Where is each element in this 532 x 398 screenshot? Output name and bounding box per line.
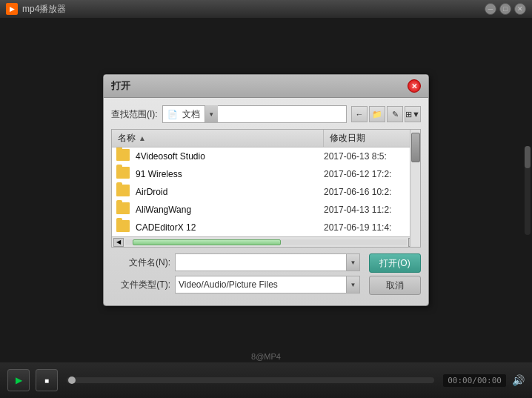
file-date: 2017-06-13 8:5: <box>324 151 420 162</box>
dialog-body: 查找范围(I): 📄 文档 ▼ ← 📁 ✎ ⊞▼ 名称 <box>104 98 428 305</box>
filetype-value: Video/Audio/Picture Files <box>176 276 346 293</box>
file-list: 4Videosoft Studio 2017-06-13 8:5: 91 Wir… <box>112 147 420 236</box>
folder-icon <box>116 202 130 214</box>
status-text: 8@MP4 <box>251 352 281 361</box>
h-scroll-left-button[interactable]: ◀ <box>113 238 124 247</box>
filetype-row: 文件类型(T): Video/Audio/Picture Files ▼ <box>111 276 360 293</box>
filetype-dropdown-btn[interactable]: ▼ <box>346 276 359 293</box>
file-date: 2017-04-13 11:2: <box>324 205 420 215</box>
filename-row: 文件名(N): ▼ <box>111 253 360 271</box>
file-name: 4Videosoft Studio <box>136 151 324 162</box>
folder-icon <box>116 185 130 196</box>
title-bar: ▶ mp4播放器 ─ □ ✕ <box>0 0 532 18</box>
view-button[interactable]: ⊞▼ <box>405 106 421 122</box>
dialog-title: 打开 <box>111 79 130 93</box>
file-date: 2017-06-16 10:2: <box>324 187 420 197</box>
location-bar: 查找范围(I): 📄 文档 ▼ ← 📁 ✎ ⊞▼ <box>111 105 421 123</box>
file-icon <box>116 220 131 235</box>
file-icon <box>116 167 131 182</box>
dialog-overlay: 打开 ✕ 查找范围(I): 📄 文档 ▼ ← 📁 ✎ ⊞▼ <box>0 18 532 362</box>
file-row[interactable]: 4Videosoft Studio 2017-06-13 8:5: <box>112 147 420 165</box>
list-scrollbar[interactable] <box>410 130 420 247</box>
file-list-header: 名称 ▲ 修改日期 <box>112 130 420 147</box>
file-icon <box>116 149 131 164</box>
progress-bar[interactable] <box>67 377 434 383</box>
dialog-close-button[interactable]: ✕ <box>408 79 421 93</box>
toolbar-buttons: ← 📁 ✎ ⊞▼ <box>351 106 421 122</box>
filetype-input-wrapper: Video/Audio/Picture Files ▼ <box>175 276 360 293</box>
file-icon <box>116 202 131 217</box>
play-button[interactable]: ▶ <box>7 369 30 391</box>
file-row[interactable]: CADEditorX 12 2017-06-19 11:4: <box>112 219 420 236</box>
list-scroll-thumb[interactable] <box>411 133 420 162</box>
file-name: AirDroid <box>136 187 324 197</box>
minimize-button[interactable]: ─ <box>485 3 496 15</box>
volume-icon[interactable]: 🔊 <box>512 374 525 386</box>
progress-thumb <box>68 377 76 384</box>
file-icon <box>116 185 131 199</box>
col-date-header: 修改日期 <box>324 130 420 147</box>
dialog-title-bar: 打开 ✕ <box>104 75 428 98</box>
app-title: mp4播放器 <box>22 3 485 16</box>
action-buttons: 打开(O) 取消 <box>369 253 421 295</box>
open-button[interactable]: 打开(O) <box>369 253 421 273</box>
file-name: 91 Wireless <box>136 169 324 179</box>
file-row[interactable]: AliWangWang 2017-04-13 11:2: <box>112 201 420 219</box>
folder-icon <box>116 149 130 161</box>
stop-button[interactable]: ■ <box>36 369 58 391</box>
time-display: 00:00/00:00 <box>443 374 506 387</box>
cancel-button[interactable]: 取消 <box>369 276 421 295</box>
close-window-button[interactable]: ✕ <box>514 3 526 15</box>
file-row[interactable]: AirDroid 2017-06-16 10:2: <box>112 183 420 201</box>
file-name: CADEditorX 12 <box>136 222 324 233</box>
filename-input-wrapper: ▼ <box>175 253 360 271</box>
app-icon: ▶ <box>6 3 18 15</box>
location-dropdown[interactable]: 📄 文档 ▼ <box>162 105 347 123</box>
h-scroll-track <box>125 239 407 245</box>
open-dialog: 打开 ✕ 查找范围(I): 📄 文档 ▼ ← 📁 ✎ ⊞▼ <box>103 74 429 306</box>
location-value: 文档 <box>182 108 200 121</box>
window-controls: ─ □ ✕ <box>485 3 526 15</box>
location-dropdown-arrow[interactable]: ▼ <box>205 105 218 123</box>
bottom-bar: ▶ ■ 00:00/00:00 🔊 <box>0 362 532 398</box>
folder-button[interactable]: 📁 <box>369 106 385 122</box>
folder-icon <box>116 220 130 232</box>
new-folder-button[interactable]: ✎ <box>387 106 403 122</box>
file-date: 2017-06-12 17:2: <box>324 169 420 179</box>
filename-dropdown-btn[interactable]: ▼ <box>346 254 359 271</box>
h-scroll-thumb[interactable] <box>133 239 281 245</box>
filetype-label: 文件类型(T): <box>111 279 170 291</box>
file-name: AliWangWang <box>136 205 324 215</box>
h-scrollbar: ◀ ▶ <box>112 236 420 247</box>
file-list-container: 名称 ▲ 修改日期 4Videosoft Studio 2017-06-13 8… <box>111 129 421 248</box>
back-button[interactable]: ← <box>351 106 368 122</box>
location-label: 查找范围(I): <box>111 108 158 121</box>
sort-arrow-icon: ▲ <box>139 134 146 142</box>
file-date: 2017-06-19 11:4: <box>324 222 420 233</box>
filename-input[interactable] <box>176 254 346 271</box>
maximize-button[interactable]: □ <box>499 3 511 15</box>
filename-label: 文件名(N): <box>111 256 170 269</box>
folder-icon <box>116 167 130 179</box>
file-row[interactable]: 91 Wireless 2017-06-12 17:2: <box>112 165 420 183</box>
col-name-header: 名称 ▲ <box>112 130 324 147</box>
